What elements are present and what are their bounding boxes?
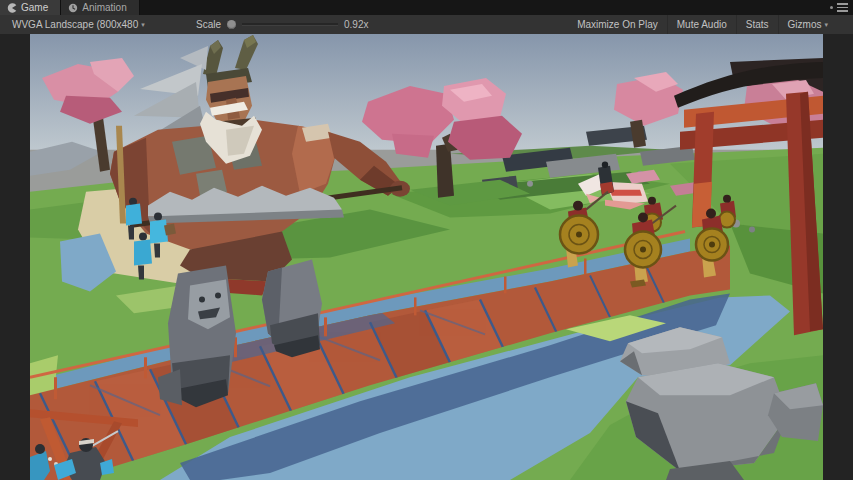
- tab-animation[interactable]: Animation: [61, 0, 139, 15]
- tab-strip: Game Animation: [0, 0, 853, 15]
- tab-game[interactable]: Game: [0, 0, 61, 15]
- scale-slider-knob[interactable]: [227, 20, 236, 29]
- tab-animation-label: Animation: [82, 2, 126, 13]
- scale-slider-track[interactable]: [242, 23, 338, 26]
- panel-dot-icon: [830, 6, 833, 9]
- chevron-down-icon: ▾: [141, 21, 145, 28]
- aspect-ratio-label: WVGA Landscape (800x480: [12, 19, 138, 30]
- stats-button[interactable]: Stats: [736, 15, 778, 34]
- game-scene: [30, 34, 823, 480]
- toolbar-buttons: Maximize On Play Mute Audio Stats Gizmos…: [568, 15, 837, 34]
- panel-menu-button[interactable]: [830, 3, 848, 12]
- game-render-surface[interactable]: [30, 34, 823, 480]
- mute-audio-button[interactable]: Mute Audio: [667, 15, 736, 34]
- scale-value: 0.92x: [344, 19, 368, 30]
- clock-icon: [68, 3, 78, 13]
- tab-game-label: Game: [21, 2, 48, 13]
- game-view-toolbar: WVGA Landscape (800x480 ▾ Scale 0.92x Ma…: [0, 15, 853, 35]
- chevron-down-icon: ▾: [824, 21, 828, 28]
- game-icon: [7, 3, 17, 13]
- hamburger-menu-icon: [837, 3, 848, 12]
- aspect-ratio-dropdown[interactable]: WVGA Landscape (800x480 ▾: [12, 15, 145, 34]
- maximize-on-play-button[interactable]: Maximize On Play: [568, 15, 667, 34]
- scale-control: Scale 0.92x: [196, 15, 368, 34]
- gizmos-dropdown-button[interactable]: Gizmos ▾: [778, 15, 837, 34]
- scale-label: Scale: [196, 19, 221, 30]
- game-viewport-panel: [0, 34, 853, 480]
